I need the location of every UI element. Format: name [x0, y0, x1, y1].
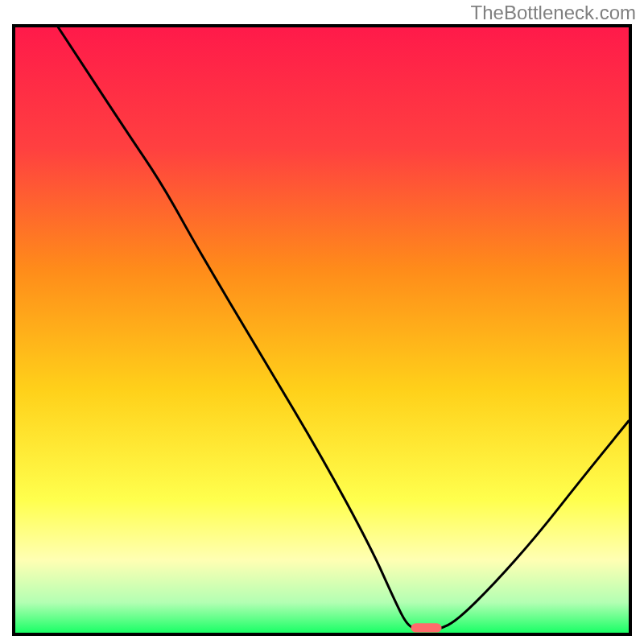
chart-svg [15, 27, 629, 633]
gradient-background [15, 27, 629, 633]
current-marker [411, 623, 441, 632]
chart-frame [12, 24, 632, 636]
chart-plot-area [15, 27, 629, 633]
watermark-text: TheBottleneck.com [471, 2, 636, 24]
